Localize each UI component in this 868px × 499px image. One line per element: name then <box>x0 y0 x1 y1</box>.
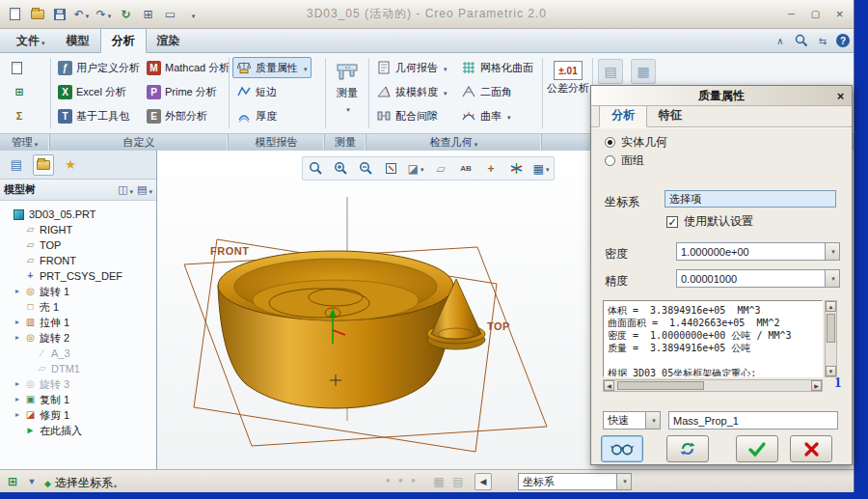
view-manager-button[interactable]: ▦ <box>529 158 553 179</box>
draft-caret-icon[interactable] <box>442 86 448 97</box>
use-default-checkbox-row[interactable]: ✓ 使用默认设置 <box>666 213 753 230</box>
tab-model[interactable]: 模型 <box>56 29 100 52</box>
tree-row[interactable]: 修剪 1 <box>0 407 156 423</box>
datum-display-button[interactable]: ▱ <box>429 158 452 179</box>
tree-item-label[interactable]: FRONT <box>40 255 76 266</box>
refit-button[interactable] <box>379 158 402 179</box>
measure-button[interactable]: 测量 <box>328 56 366 129</box>
tree-row[interactable]: 壳 1 <box>0 299 156 315</box>
tree-row[interactable]: A_3 <box>0 346 156 361</box>
tree-item-label[interactable]: 旋转 1 <box>40 285 69 299</box>
quick-mode-combo[interactable]: 快速 <box>603 411 661 430</box>
external-analysis-button[interactable]: E外部分析 <box>143 105 211 126</box>
scroll-up-icon[interactable]: ▲ <box>826 301 836 312</box>
dialog-tab-analysis[interactable]: 分析 <box>599 103 647 127</box>
tree-row[interactable]: 复制 1 <box>0 392 156 407</box>
density-combo[interactable]: 1.000000e+00 <box>676 242 840 261</box>
analysis-name-field[interactable]: Mass_Prop_1 <box>668 411 838 430</box>
ok-button[interactable] <box>736 435 778 462</box>
group-inspect[interactable]: 检查几何 <box>366 134 542 151</box>
tree-row[interactable]: 旋转 3 <box>0 376 156 392</box>
maximize-button[interactable]: ▢ <box>807 6 824 22</box>
model-tree-tab[interactable] <box>33 154 54 176</box>
accuracy-caret-icon[interactable] <box>825 270 839 287</box>
quick-caret-icon[interactable] <box>645 412 660 429</box>
select-filter-button[interactable]: ⊞ <box>4 473 21 490</box>
layer-tree-tab[interactable]: ▤ <box>6 154 27 176</box>
minimize-button[interactable]: ─ <box>783 6 800 22</box>
simulate-button[interactable]: ▦ <box>631 59 656 84</box>
favorites-tab[interactable]: ★ <box>60 154 81 176</box>
curvature-button[interactable]: 曲率 <box>457 105 515 126</box>
tree-row[interactable]: DTM1 <box>0 361 156 376</box>
undo-button[interactable]: ↶ <box>72 5 91 23</box>
tree-item-label[interactable]: 修剪 1 <box>40 408 69 423</box>
tab-file[interactable]: 文件 <box>6 29 56 52</box>
new-file-button[interactable] <box>6 5 24 23</box>
tree-item-label[interactable]: 在此插入 <box>40 424 82 438</box>
regenerate-button[interactable]: ↻ <box>117 5 135 23</box>
dialog-tab-feature[interactable]: 特征 <box>647 104 693 126</box>
top-datum-label[interactable]: TOP <box>487 320 510 332</box>
mass-properties-caret-icon[interactable] <box>302 62 308 73</box>
tree-item-label[interactable]: 旋转 2 <box>40 331 69 346</box>
tree-row[interactable]: 旋转 1 <box>0 284 156 299</box>
tree-item-label[interactable]: PRT_CSYS_DEF <box>40 270 122 282</box>
customize-qat-button[interactable] <box>183 5 202 23</box>
radio-quilt[interactable]: 面组 <box>605 152 644 169</box>
display-toggle-button-a[interactable]: ▦ <box>430 473 448 490</box>
geometry-report-caret-icon[interactable] <box>442 62 448 73</box>
tree-item-label[interactable]: 旋转 3 <box>40 377 69 392</box>
help-button[interactable]: ? <box>836 34 850 47</box>
tolerance-analysis-button[interactable]: ±.01 公差分析 <box>546 56 590 129</box>
search-button[interactable] <box>794 33 809 48</box>
tree-show-button[interactable]: ◫ <box>118 183 133 196</box>
saved-analyses-button[interactable] <box>8 57 26 78</box>
results-hscrollbar[interactable]: ◀ ▶ <box>603 379 823 392</box>
undo-caret-icon[interactable] <box>84 8 90 21</box>
group-manage[interactable]: 管理 <box>0 134 50 151</box>
mesh-surface-button[interactable]: 网格化曲面 <box>457 57 537 78</box>
radio-selected-icon[interactable] <box>605 137 615 148</box>
selection-filter-combo[interactable]: 坐标系 <box>518 473 632 490</box>
redo-button[interactable]: ↷ <box>95 5 113 23</box>
geometry-report-button[interactable]: 几何报告 <box>372 57 451 78</box>
sensitivity-analysis-button[interactable]: Σ <box>8 105 31 126</box>
tree-item-label[interactable]: 拉伸 1 <box>40 316 69 330</box>
dialog-close-button[interactable]: × <box>832 88 849 104</box>
model-3d-scene[interactable] <box>157 151 590 469</box>
curvature-caret-icon[interactable] <box>505 110 511 122</box>
thickness-button[interactable]: 厚度 <box>232 105 281 126</box>
scroll-left-icon[interactable]: ◀ <box>604 380 614 391</box>
find-filter-button[interactable]: ▼ <box>23 473 41 490</box>
tree-item-label[interactable]: TOP <box>40 239 61 251</box>
display-toggle-button-b[interactable]: ▤ <box>449 473 467 490</box>
results-vscrollbar[interactable]: ▲ ▼ <box>825 300 837 377</box>
csys-collector[interactable]: 选择项 <box>665 190 836 208</box>
resume-button[interactable]: ◀ <box>475 473 492 490</box>
scroll-right-icon[interactable]: ▶ <box>811 380 822 391</box>
expand-icon[interactable] <box>15 330 24 346</box>
tree-item-label[interactable]: A_3 <box>51 347 70 359</box>
prime-analysis-button[interactable]: PPrime 分析 <box>143 81 221 102</box>
checkbox-checked-icon[interactable]: ✓ <box>666 216 678 228</box>
annotation-display-button[interactable]: AB <box>454 158 477 179</box>
mass-properties-button[interactable]: 质量属性 <box>232 57 312 78</box>
save-button[interactable] <box>50 5 68 23</box>
repeat-button[interactable] <box>666 435 709 462</box>
tab-render[interactable]: 渲染 <box>147 29 191 52</box>
tree-row[interactable]: FRONT <box>0 253 156 268</box>
tree-row[interactable]: TOP <box>0 237 156 253</box>
insert-here-row[interactable]: 在此插入 <box>0 423 156 438</box>
dihedral-angle-button[interactable]: 二面角 <box>457 81 516 102</box>
toolkit-based-button[interactable]: T基于工具包 <box>54 105 133 126</box>
open-file-button[interactable] <box>28 5 46 23</box>
tree-item-label[interactable]: 复制 1 <box>40 393 69 407</box>
expand-icon[interactable] <box>15 376 24 392</box>
tree-item-label[interactable]: DTM1 <box>51 363 80 374</box>
expand-icon[interactable] <box>15 407 24 423</box>
expand-icon[interactable] <box>15 284 24 299</box>
draft-analysis-button[interactable]: 拔模斜度 <box>372 81 451 102</box>
front-datum-label[interactable]: FRONT <box>210 245 249 257</box>
filter-caret-icon[interactable] <box>616 474 631 489</box>
